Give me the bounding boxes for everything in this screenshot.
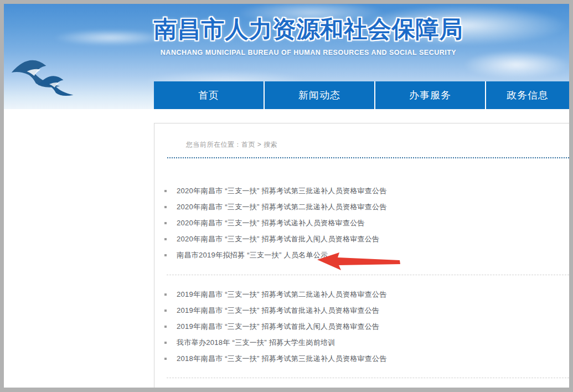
result-link[interactable]: 2020年南昌市 “三支一扶” 招募考试第二批递补人员资格审查公告 xyxy=(154,199,569,215)
breadcrumb-home-link[interactable]: 首页 xyxy=(241,141,255,148)
annotation-arrow-icon xyxy=(314,250,405,275)
nav-item-gov-info[interactable]: 政务信息 xyxy=(486,81,569,109)
result-link[interactable]: 2020年南昌市 “三支一扶” 招募考试首批入闱人员资格审查公告 xyxy=(154,231,569,247)
bullet-icon xyxy=(164,222,167,224)
bullet-icon xyxy=(164,310,167,312)
breadcrumb-divider xyxy=(167,157,569,158)
group-divider xyxy=(167,378,569,378)
bullet-icon xyxy=(164,326,167,328)
breadcrumb: 您当前所在位置：首页 > 搜索 xyxy=(186,140,277,149)
nav-item-home[interactable]: 首页 xyxy=(154,81,265,109)
cloud-decoration xyxy=(462,50,569,79)
bullet-icon xyxy=(164,254,167,256)
bullet-icon xyxy=(164,190,167,192)
result-link[interactable]: 2019年南昌市 “三支一扶” 招募考试第二批递补人员资格审查公告 xyxy=(154,286,569,302)
breadcrumb-separator: > xyxy=(257,141,262,148)
nav-item-services[interactable]: 办事服务 xyxy=(375,81,486,109)
nav-item-news[interactable]: 新闻动态 xyxy=(265,81,375,109)
result-link[interactable]: 2020年南昌市 “三支一扶” 招募考试第三批递补人员资格审查公告 xyxy=(154,183,569,199)
result-link[interactable]: 2020年南昌市 “三支一扶” 招募考试递补人员资格审查公告 xyxy=(154,215,569,231)
result-link[interactable]: 2019年南昌市 “三支一扶” 招募考试首批递补人员资格审查公告 xyxy=(154,302,569,318)
bullet-icon xyxy=(164,293,167,296)
bullet-icon xyxy=(164,342,167,344)
bullet-icon xyxy=(164,358,167,360)
result-link[interactable]: 2018年南昌市 “三支一扶” 招募考试第三批递补人员资格审查公告 xyxy=(154,350,569,367)
main-nav: 首页 新闻动态 办事服务 政务信息 xyxy=(154,81,569,109)
result-link[interactable]: 我市举办2018年 “三支一扶” 招募大学生岗前培训 xyxy=(154,334,569,350)
bullet-icon xyxy=(164,206,167,208)
site-title: 南昌市人力资源和社会保障局 xyxy=(149,14,468,45)
breadcrumb-prefix: 您当前所在位置： xyxy=(186,141,241,148)
seagull-icon xyxy=(36,69,79,102)
results-group-2019-2018: 2019年南昌市 “三支一扶” 招募考试第二批递补人员资格审查公告 2019年南… xyxy=(154,286,569,367)
bullet-icon xyxy=(164,238,167,240)
site-identity: 南昌市人力资源和社会保障局 NANCHANG MUNICIPAL BUREAU … xyxy=(149,14,468,56)
result-link[interactable]: 2019年南昌市 “三支一扶” 招募考试首批入闱人员资格审查公告 xyxy=(154,318,569,334)
site-subtitle: NANCHANG MUNICIPAL BUREAU OF HUMAN RESOU… xyxy=(149,49,468,56)
browser-window: 南昌市人力资源和社会保障局 NANCHANG MUNICIPAL BUREAU … xyxy=(0,0,573,392)
breadcrumb-current: 搜索 xyxy=(264,141,277,148)
